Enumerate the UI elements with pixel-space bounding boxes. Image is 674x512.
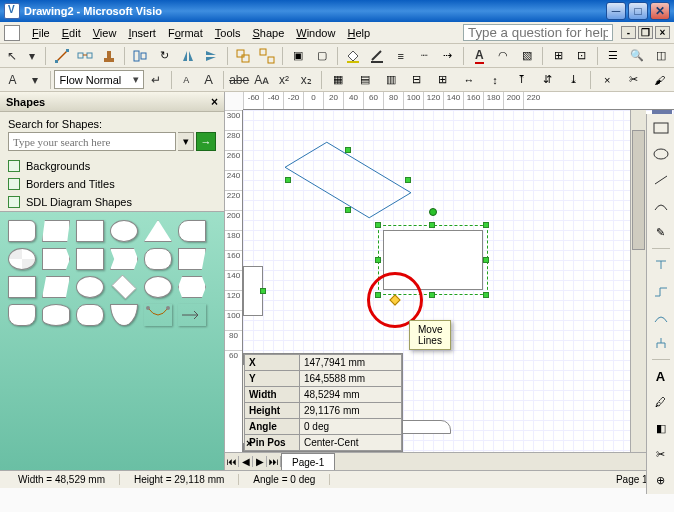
selection-handle[interactable] [260,288,266,294]
panel-close-icon[interactable]: × [246,437,252,449]
tab-nav-last-icon[interactable]: ⏭ [267,456,281,467]
menu-window[interactable]: Window [290,25,341,41]
distribute-h-icon[interactable]: ↔ [456,70,481,90]
menu-file[interactable]: File [26,25,56,41]
palette-shape[interactable] [8,248,36,270]
minimize-button[interactable]: ─ [606,2,626,20]
connector-straight-icon[interactable] [651,255,671,275]
shape-search-input[interactable] [8,132,176,151]
menu-insert[interactable]: Insert [122,25,162,41]
rotation-handle[interactable] [429,208,437,216]
mdi-close-button[interactable]: × [655,26,670,39]
flip-h-icon[interactable] [176,46,199,66]
menu-edit[interactable]: Edit [56,25,87,41]
palette-shape[interactable] [76,276,104,298]
vertical-scrollbar[interactable] [630,110,646,452]
crop-icon[interactable]: ✂ [621,70,646,90]
fill-color-icon[interactable] [342,46,365,66]
distribute-v-icon[interactable]: ↕ [482,70,507,90]
size-panel-tab[interactable]: Size & Positi... [243,364,244,444]
stencil-borders[interactable]: Borders and Titles [0,175,224,193]
close-button[interactable]: ✕ [650,2,670,20]
palette-shape[interactable] [178,220,206,242]
glue-icon[interactable]: ⊡ [571,46,594,66]
arc-tool-icon[interactable] [651,196,671,216]
line-pattern-icon[interactable]: ┈ [413,46,436,66]
ellipse-tool-icon[interactable] [651,144,671,164]
smallcaps-icon[interactable]: Aᴀ [251,70,272,90]
dropdown-icon[interactable]: ▾ [22,46,41,66]
menu-help[interactable]: Help [341,25,376,41]
selection-handle[interactable] [483,222,489,228]
selection-handle[interactable] [375,257,381,263]
line-tool-icon[interactable] [651,170,671,190]
bring-front-icon[interactable]: ▣ [287,46,310,66]
palette-shape[interactable] [110,304,138,326]
mdi-minimize-button[interactable]: - [621,26,636,39]
selection-handle[interactable] [375,292,381,298]
style-selector[interactable]: Flow Normal [54,70,144,89]
selection-handle[interactable] [483,292,489,298]
table-icon[interactable]: ▦ [326,70,351,90]
palette-shape[interactable] [112,275,137,300]
point-tool-icon[interactable]: ⊕ [651,470,671,490]
selection-handle[interactable] [483,257,489,263]
superscript-icon[interactable]: x² [273,70,294,90]
palette-shape[interactable] [76,220,104,242]
line-ends-icon[interactable]: ⇢ [437,46,460,66]
mdi-restore-button[interactable]: ❐ [638,26,653,39]
merge-cells-icon[interactable]: ⊟ [404,70,429,90]
search-go-button[interactable]: → [196,132,216,151]
font-grow2-icon[interactable]: A [198,70,219,90]
line-weight-icon[interactable]: ≡ [389,46,412,66]
shapes-window-icon[interactable]: ◫ [649,46,672,66]
selection-handle[interactable] [285,177,291,183]
tab-nav-prev-icon[interactable]: ◀ [239,456,253,467]
selection-handle[interactable] [345,147,351,153]
group-icon[interactable] [232,46,255,66]
selection-handle[interactable] [345,207,351,213]
palette-shape[interactable] [76,248,104,270]
connector-curved-icon[interactable] [651,307,671,327]
drawing-canvas[interactable]: Move Lines Size & Positi... X147,7941 mm… [243,110,674,452]
maximize-button[interactable]: □ [628,2,648,20]
scrollbar-thumb[interactable] [632,130,645,250]
help-search-input[interactable] [463,24,613,41]
page-tab[interactable]: Page-1 [281,453,335,470]
palette-shape[interactable] [42,220,70,242]
insert-row-icon[interactable]: ▤ [352,70,377,90]
rotate-icon[interactable]: ↻ [153,46,176,66]
ungroup-icon[interactable] [255,46,278,66]
rectangle-tool-icon[interactable] [651,118,671,138]
selection-handle[interactable] [375,222,381,228]
split-cells-icon[interactable]: ⊞ [430,70,455,90]
stencil-backgrounds[interactable]: Backgrounds [0,157,224,175]
style-apply-icon[interactable]: ↵ [145,70,166,90]
connector-routed-icon[interactable] [651,281,671,301]
line-color-icon[interactable] [366,46,389,66]
font-grow-icon[interactable]: A [2,70,23,90]
selection-handle[interactable] [405,177,411,183]
menu-view[interactable]: View [87,25,123,41]
corner-icon[interactable]: ◠ [492,46,515,66]
connect-shapes-icon[interactable] [74,46,97,66]
control-handle[interactable] [389,294,400,305]
pencil-tool-icon[interactable]: ✎ [651,222,671,242]
stamp-tool-icon[interactable] [98,46,121,66]
menu-tools[interactable]: Tools [209,25,247,41]
flip-v-icon[interactable] [200,46,223,66]
align-bottom-icon[interactable]: ⤓ [561,70,586,90]
palette-shape[interactable] [8,304,36,326]
palette-shape[interactable] [8,276,36,298]
crop-tool-icon[interactable]: ✂ [651,444,671,464]
palette-shape[interactable] [42,276,70,298]
align-mid-icon[interactable]: ⇵ [535,70,560,90]
align-shapes-icon[interactable] [129,46,152,66]
palette-shape[interactable] [110,248,138,270]
subscript-icon[interactable]: x₂ [296,70,317,90]
insert-col-icon[interactable]: ▥ [378,70,403,90]
palette-shape[interactable] [178,304,206,326]
palette-shape[interactable] [178,248,206,270]
connection-point-icon[interactable]: × [595,70,620,90]
shapes-pane-close-icon[interactable]: × [211,95,218,109]
